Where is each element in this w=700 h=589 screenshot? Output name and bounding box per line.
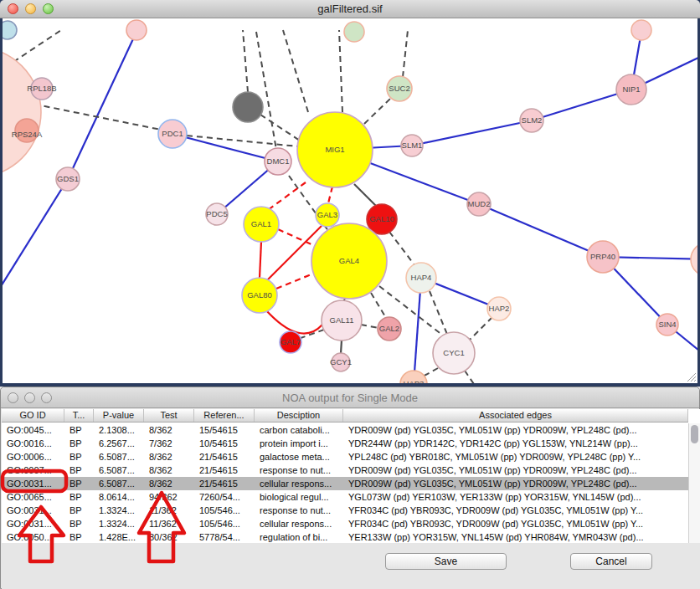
edge[interactable]: [187, 136, 298, 146]
edge[interactable]: [339, 30, 342, 112]
noa-window-title: NOA output for Single Mode: [1, 392, 699, 404]
edge[interactable]: [403, 30, 408, 77]
edge[interactable]: [465, 371, 488, 383]
node-label-GAL1: GAL1: [251, 219, 271, 228]
cell: 2.1308...: [94, 423, 144, 437]
edge[interactable]: [283, 30, 308, 112]
cell: 21/54615: [194, 450, 255, 464]
table-header-row: GO IDT...P-valueTestReferen...Desciption…: [2, 409, 688, 423]
node-bigLeft[interactable]: [3, 47, 41, 177]
node-topPink2[interactable]: [126, 20, 147, 40]
edge[interactable]: [341, 340, 342, 354]
cell: YDR009W (pd) YGL035C, YML051W (pp) YDR00…: [343, 464, 688, 477]
edge[interactable]: [371, 293, 386, 318]
table-row[interactable]: GO:0006...BP6.5087...8/36221/54615galact…: [2, 450, 688, 464]
edge[interactable]: [278, 229, 313, 245]
edge[interactable]: [13, 30, 61, 62]
cell: 1.3324...: [94, 504, 144, 517]
table-row[interactable]: GO:0065...BP8.0614...94/3627260/54...bio…: [2, 490, 688, 504]
close-button-inactive[interactable]: [8, 392, 18, 403]
cell: 1.428E...: [94, 530, 144, 544]
edge[interactable]: [430, 291, 448, 336]
node-label-GAL4: GAL4: [339, 256, 359, 265]
node-grayNode[interactable]: [233, 92, 263, 122]
edge[interactable]: [414, 278, 421, 383]
save-button[interactable]: Save: [385, 553, 507, 570]
edge[interactable]: [361, 325, 378, 328]
cell: YDR244W (pp) YDR142C, YDR142C (pp) YGL15…: [343, 437, 688, 450]
edge[interactable]: [469, 317, 492, 341]
column-header-go-id[interactable]: GO ID: [2, 409, 64, 422]
node-label-GCY1: GCY1: [330, 357, 352, 366]
cell: cellular respons...: [255, 477, 343, 490]
edge[interactable]: [3, 179, 68, 294]
table-row[interactable]: GO:0031...BP6.5087...8/36221/54615cellul…: [2, 477, 688, 490]
edge[interactable]: [260, 242, 261, 278]
table-row[interactable]: GO:0031...BP1.3324...11/362105/546...res…: [2, 504, 688, 517]
edge[interactable]: [276, 274, 313, 289]
node-topRightPink[interactable]: [631, 20, 651, 40]
edge[interactable]: [243, 30, 248, 92]
screen: galFiltered.sif RPL18BRPS24APDC1GDS1PDC5…: [0, 0, 700, 589]
minimize-button-inactive[interactable]: [24, 392, 35, 403]
table-row[interactable]: GO:0045...BP2.1308...8/36215/54615carbon…: [2, 423, 688, 437]
scrollbar-thumb[interactable]: [691, 425, 698, 443]
node-label-PDC5: PDC5: [206, 209, 227, 218]
cell: BP: [64, 477, 94, 490]
node-label-CYC1: CYC1: [443, 348, 464, 357]
cancel-button[interactable]: Cancel: [570, 553, 652, 570]
column-header-t[interactable]: T...: [64, 409, 94, 422]
edge[interactable]: [265, 310, 322, 334]
table-row[interactable]: GO:0031...BP1.3324...11/362105/546...cel…: [2, 517, 688, 530]
edge[interactable]: [328, 187, 332, 203]
column-header-test[interactable]: Test: [144, 409, 194, 422]
cell: BP: [64, 490, 94, 504]
node-label-HAP3: HAP3: [404, 379, 425, 383]
cell: BP: [64, 423, 94, 437]
edge[interactable]: [389, 232, 415, 266]
node-label-GAL3: GAL3: [317, 210, 337, 219]
cell: 7260/54...: [194, 490, 255, 504]
vertical-scrollbar[interactable]: [688, 423, 700, 543]
edge[interactable]: [423, 368, 438, 376]
close-button[interactable]: [8, 3, 18, 14]
edge[interactable]: [364, 99, 390, 124]
column-header-referen[interactable]: Referen...: [194, 409, 255, 422]
cell: 21/54615: [194, 477, 255, 490]
table-row[interactable]: GO:0007...BP6.5087...8/36221/54615respon…: [2, 464, 688, 477]
cell: 8/362: [144, 450, 194, 464]
network-canvas[interactable]: RPL18BRPS24APDC1GDS1PDC5DMC1MIG1SUC2SLM1…: [0, 18, 700, 387]
edge[interactable]: [256, 32, 276, 150]
table-row[interactable]: GO:0016...BP6.2567...7/36210/54615protei…: [2, 437, 688, 450]
table-row[interactable]: GO:0050...BP1.428E...80/3625778/54...reg…: [2, 530, 688, 544]
cell: 80/362: [144, 530, 194, 544]
cell: response to nut...: [255, 504, 343, 517]
cell: 10/54615: [194, 437, 255, 450]
node-topLeftCyan[interactable]: [3, 21, 17, 39]
zoom-button[interactable]: [43, 3, 54, 14]
edge[interactable]: [412, 120, 532, 146]
node-label-SIN4: SIN4: [658, 320, 676, 329]
node-label-GAL11: GAL11: [330, 315, 354, 325]
cell: GO:0031...: [2, 477, 64, 490]
cell: GO:0031...: [2, 504, 64, 517]
zoom-button-inactive[interactable]: [41, 392, 52, 403]
network-window-titlebar[interactable]: galFiltered.sif: [0, 0, 700, 18]
node-label-SLM2: SLM2: [522, 115, 543, 125]
column-header-desciption[interactable]: Desciption: [255, 409, 343, 422]
resize-grip[interactable]: [685, 371, 697, 382]
edge[interactable]: [172, 134, 278, 161]
node-MSN[interactable]: [691, 243, 697, 276]
cell: 8.0614...: [94, 490, 144, 504]
node-topGreen[interactable]: [344, 22, 364, 42]
cell: 6.5087...: [94, 464, 144, 477]
column-header-p-value[interactable]: P-value: [94, 409, 144, 422]
node-label-NIP1: NIP1: [622, 85, 640, 94]
noa-window-titlebar[interactable]: NOA output for Single Mode: [1, 387, 699, 408]
minimize-button[interactable]: [25, 3, 36, 14]
column-header-associated-edges[interactable]: Associated edges: [343, 409, 688, 422]
edge[interactable]: [479, 204, 603, 257]
edge[interactable]: [260, 115, 302, 142]
edge[interactable]: [68, 32, 136, 179]
edge[interactable]: [268, 182, 306, 210]
